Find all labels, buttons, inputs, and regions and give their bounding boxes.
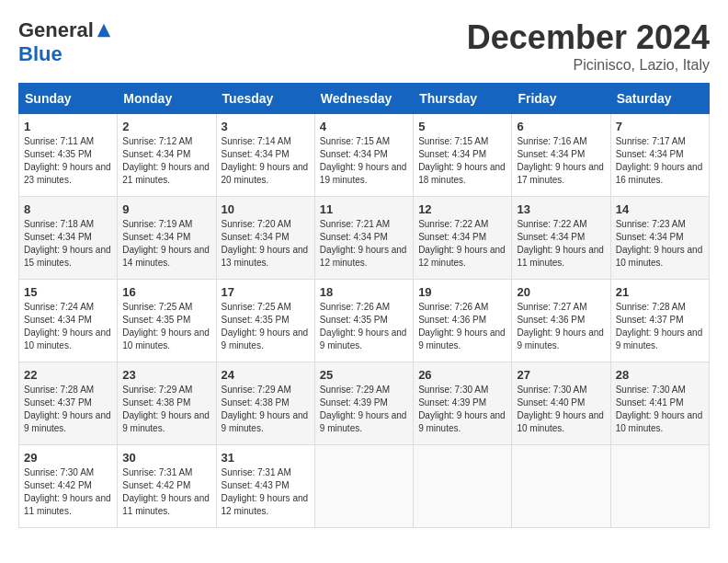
- day-number: 28: [616, 368, 704, 382]
- calendar-table: SundayMondayTuesdayWednesdayThursdayFrid…: [18, 83, 710, 528]
- day-number: 7: [616, 120, 704, 133]
- day-info: Sunrise: 7:22 AM Sunset: 4:34 PM Dayligh…: [418, 219, 506, 268]
- calendar-cell: 11 Sunrise: 7:21 AM Sunset: 4:34 PM Dayl…: [314, 197, 413, 280]
- weekday-header-wednesday: Wednesday: [314, 84, 413, 114]
- day-number: 30: [122, 451, 210, 465]
- calendar-cell: 12 Sunrise: 7:22 AM Sunset: 4:34 PM Dayl…: [414, 197, 512, 280]
- calendar-cell: 3 Sunrise: 7:14 AM Sunset: 4:34 PM Dayli…: [216, 114, 314, 197]
- day-number: 26: [418, 368, 506, 382]
- day-info: Sunrise: 7:11 AM Sunset: 4:35 PM Dayligh…: [24, 136, 111, 185]
- weekday-header-monday: Monday: [118, 84, 216, 114]
- calendar-cell: 13 Sunrise: 7:22 AM Sunset: 4:34 PM Dayl…: [512, 197, 610, 280]
- day-info: Sunrise: 7:27 AM Sunset: 4:36 PM Dayligh…: [517, 302, 604, 350]
- week-row-3: 15 Sunrise: 7:24 AM Sunset: 4:34 PM Dayl…: [19, 280, 710, 362]
- weekday-header-tuesday: Tuesday: [216, 84, 314, 114]
- day-info: Sunrise: 7:30 AM Sunset: 4:42 PM Dayligh…: [24, 467, 111, 516]
- calendar-cell: 28 Sunrise: 7:30 AM Sunset: 4:41 PM Dayl…: [610, 362, 709, 445]
- day-number: 2: [122, 120, 210, 133]
- day-number: 5: [418, 120, 506, 133]
- day-info: Sunrise: 7:18 AM Sunset: 4:34 PM Dayligh…: [24, 219, 111, 268]
- title-block: December 2024 Picinisco, Lazio, Italy: [467, 18, 710, 74]
- weekday-header-friday: Friday: [512, 84, 610, 114]
- day-number: 11: [320, 202, 408, 216]
- day-number: 22: [24, 368, 112, 382]
- logo-icon: [96, 22, 112, 39]
- day-number: 9: [122, 202, 210, 216]
- calendar-cell: 2 Sunrise: 7:12 AM Sunset: 4:34 PM Dayli…: [118, 114, 216, 197]
- calendar-cell: 31 Sunrise: 7:31 AM Sunset: 4:43 PM Dayl…: [216, 445, 314, 528]
- day-number: 18: [320, 285, 408, 299]
- day-number: 31: [222, 451, 310, 465]
- location-text: Picinisco, Lazio, Italy: [467, 57, 710, 74]
- day-number: 20: [517, 285, 605, 299]
- day-number: 17: [222, 285, 310, 299]
- day-number: 15: [24, 285, 112, 299]
- calendar-cell: 18 Sunrise: 7:26 AM Sunset: 4:35 PM Dayl…: [314, 280, 413, 362]
- logo-blue-text: Blue: [18, 42, 63, 66]
- day-info: Sunrise: 7:30 AM Sunset: 4:41 PM Dayligh…: [616, 385, 703, 433]
- day-info: Sunrise: 7:20 AM Sunset: 4:34 PM Dayligh…: [222, 219, 309, 268]
- day-number: 6: [517, 120, 605, 133]
- day-number: 13: [517, 202, 605, 216]
- day-info: Sunrise: 7:31 AM Sunset: 4:42 PM Dayligh…: [122, 467, 210, 516]
- calendar-cell: 19 Sunrise: 7:26 AM Sunset: 4:36 PM Dayl…: [414, 280, 512, 362]
- calendar-cell: 7 Sunrise: 7:17 AM Sunset: 4:34 PM Dayli…: [610, 114, 709, 197]
- calendar-cell: 17 Sunrise: 7:25 AM Sunset: 4:35 PM Dayl…: [216, 280, 314, 362]
- calendar-cell: 10 Sunrise: 7:20 AM Sunset: 4:34 PM Dayl…: [216, 197, 314, 280]
- calendar-cell: [314, 445, 413, 528]
- day-number: 10: [222, 202, 310, 216]
- day-number: 3: [222, 120, 310, 133]
- calendar-cell: 16 Sunrise: 7:25 AM Sunset: 4:35 PM Dayl…: [118, 280, 216, 362]
- weekday-header-thursday: Thursday: [414, 84, 512, 114]
- calendar-cell: 14 Sunrise: 7:23 AM Sunset: 4:34 PM Dayl…: [610, 197, 709, 280]
- calendar-cell: 26 Sunrise: 7:30 AM Sunset: 4:39 PM Dayl…: [414, 362, 512, 445]
- day-number: 1: [24, 120, 112, 133]
- day-info: Sunrise: 7:30 AM Sunset: 4:39 PM Dayligh…: [418, 385, 506, 433]
- calendar-cell: 25 Sunrise: 7:29 AM Sunset: 4:39 PM Dayl…: [314, 362, 413, 445]
- calendar-cell: 21 Sunrise: 7:28 AM Sunset: 4:37 PM Dayl…: [610, 280, 709, 362]
- day-number: 21: [616, 285, 704, 299]
- calendar-cell: 24 Sunrise: 7:29 AM Sunset: 4:38 PM Dayl…: [216, 362, 314, 445]
- day-info: Sunrise: 7:25 AM Sunset: 4:35 PM Dayligh…: [122, 302, 210, 350]
- weekday-header-sunday: Sunday: [19, 84, 118, 114]
- day-info: Sunrise: 7:26 AM Sunset: 4:36 PM Dayligh…: [418, 302, 506, 350]
- day-info: Sunrise: 7:15 AM Sunset: 4:34 PM Dayligh…: [320, 136, 407, 185]
- calendar-cell: 27 Sunrise: 7:30 AM Sunset: 4:40 PM Dayl…: [512, 362, 610, 445]
- calendar-cell: 9 Sunrise: 7:19 AM Sunset: 4:34 PM Dayli…: [118, 197, 216, 280]
- day-number: 4: [320, 120, 408, 133]
- calendar-cell: 29 Sunrise: 7:30 AM Sunset: 4:42 PM Dayl…: [19, 445, 118, 528]
- calendar-cell: [610, 445, 709, 528]
- calendar-cell: 20 Sunrise: 7:27 AM Sunset: 4:36 PM Dayl…: [512, 280, 610, 362]
- day-info: Sunrise: 7:22 AM Sunset: 4:34 PM Dayligh…: [517, 219, 604, 268]
- page-header: General Blue December 2024 Picinisco, La…: [18, 18, 710, 74]
- day-info: Sunrise: 7:31 AM Sunset: 4:43 PM Dayligh…: [222, 467, 309, 516]
- calendar-cell: 22 Sunrise: 7:28 AM Sunset: 4:37 PM Dayl…: [19, 362, 118, 445]
- day-number: 27: [517, 368, 605, 382]
- day-info: Sunrise: 7:17 AM Sunset: 4:34 PM Dayligh…: [616, 136, 703, 185]
- day-info: Sunrise: 7:29 AM Sunset: 4:38 PM Dayligh…: [122, 385, 210, 433]
- day-info: Sunrise: 7:28 AM Sunset: 4:37 PM Dayligh…: [24, 385, 111, 433]
- day-info: Sunrise: 7:15 AM Sunset: 4:34 PM Dayligh…: [418, 136, 506, 185]
- calendar-cell: 30 Sunrise: 7:31 AM Sunset: 4:42 PM Dayl…: [118, 445, 216, 528]
- day-info: Sunrise: 7:23 AM Sunset: 4:34 PM Dayligh…: [616, 219, 703, 268]
- svg-marker-0: [97, 24, 110, 37]
- week-row-4: 22 Sunrise: 7:28 AM Sunset: 4:37 PM Dayl…: [19, 362, 710, 445]
- day-info: Sunrise: 7:25 AM Sunset: 4:35 PM Dayligh…: [222, 302, 309, 350]
- week-row-2: 8 Sunrise: 7:18 AM Sunset: 4:34 PM Dayli…: [19, 197, 710, 280]
- day-number: 8: [24, 202, 112, 216]
- week-row-1: 1 Sunrise: 7:11 AM Sunset: 4:35 PM Dayli…: [19, 114, 710, 197]
- day-info: Sunrise: 7:16 AM Sunset: 4:34 PM Dayligh…: [517, 136, 604, 185]
- day-number: 19: [418, 285, 506, 299]
- calendar-cell: 8 Sunrise: 7:18 AM Sunset: 4:34 PM Dayli…: [19, 197, 118, 280]
- day-number: 29: [24, 451, 112, 465]
- month-title: December 2024: [467, 18, 710, 57]
- logo: General Blue: [18, 18, 112, 66]
- calendar-cell: 6 Sunrise: 7:16 AM Sunset: 4:34 PM Dayli…: [512, 114, 610, 197]
- calendar-cell: [414, 445, 512, 528]
- calendar-cell: 4 Sunrise: 7:15 AM Sunset: 4:34 PM Dayli…: [314, 114, 413, 197]
- day-info: Sunrise: 7:19 AM Sunset: 4:34 PM Dayligh…: [122, 219, 210, 268]
- weekday-header-row: SundayMondayTuesdayWednesdayThursdayFrid…: [19, 84, 710, 114]
- day-number: 25: [320, 368, 408, 382]
- calendar-cell: 15 Sunrise: 7:24 AM Sunset: 4:34 PM Dayl…: [19, 280, 118, 362]
- day-number: 16: [122, 285, 210, 299]
